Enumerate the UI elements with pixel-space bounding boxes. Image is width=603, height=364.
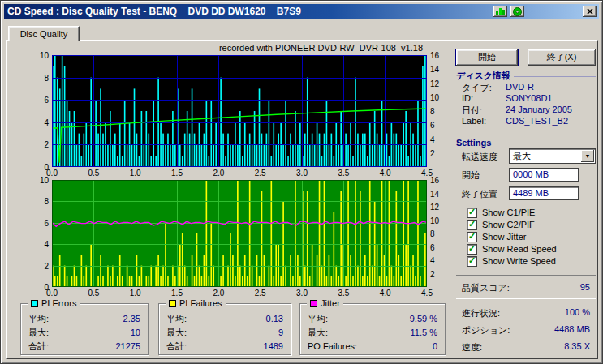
y2-axis-tick: 16: [430, 51, 439, 61]
status-value: 8.35 X: [564, 341, 590, 353]
y2-axis-tick: 10: [430, 93, 439, 103]
stat-row: 合計:21275: [21, 340, 148, 353]
stat-value: 2.35: [123, 312, 140, 326]
disc-info-label: Label:: [462, 116, 506, 126]
y-axis-tick: 0: [22, 283, 49, 293]
checkbox-label: Show C1/PIE: [482, 208, 535, 217]
y2-axis-tick: 14: [430, 65, 439, 75]
stat-row: 最大:11.5 %: [300, 326, 445, 340]
y2-axis-tick: 8: [430, 229, 435, 239]
x-axis-tick: 4.0: [380, 289, 391, 298]
checkbox-box[interactable]: ✓: [467, 232, 477, 242]
stat-value: 0: [433, 340, 437, 353]
jitter-swatch: [310, 300, 317, 307]
start-position-field[interactable]: 0000 MB: [509, 168, 579, 182]
transfer-speed-label: 転送速度: [462, 151, 497, 163]
panel-title: PI Errors: [41, 298, 76, 308]
end-position-field[interactable]: 4489 MB: [509, 186, 579, 200]
panel-title: PI Failures: [179, 298, 222, 308]
header-rule: [494, 143, 596, 143]
y-axis-tick: 8: [22, 74, 49, 84]
chevron-down-icon[interactable]: ▼: [581, 150, 594, 162]
stat-label: 平均:: [28, 312, 49, 326]
x-axis-tick: 3.0: [296, 169, 308, 178]
status-value: 100 %: [565, 307, 590, 319]
disc-info-row: ID:SONY08D1: [462, 93, 595, 103]
stat-label: PO Failures:: [308, 340, 357, 353]
panel-legend: PI Errors: [28, 298, 80, 308]
exit-button[interactable]: 終了(X): [528, 49, 596, 66]
checkbox-box[interactable]: ✓: [467, 256, 477, 267]
pi-failures-jitter-chart: [52, 180, 427, 287]
x-axis-tick: 0.5: [88, 289, 99, 298]
x-axis-tick: 3.5: [338, 289, 349, 298]
y2-axis-tick: 8: [430, 107, 435, 117]
transfer-speed-value: 最大: [510, 150, 581, 162]
disc-info-label: ID:: [462, 93, 506, 103]
checkbox-show-jitter[interactable]: ✓Show Jitter: [467, 231, 526, 242]
disc-info-value: DVD-R: [506, 82, 534, 94]
checkbox-box[interactable]: ✓: [467, 220, 477, 230]
y-axis-tick: 4: [22, 240, 49, 250]
checkbox-box[interactable]: ✓: [467, 244, 477, 255]
checkbox-show-c2-pif[interactable]: ✓Show C2/PIF: [467, 219, 535, 230]
y-axis-tick: 8: [22, 197, 49, 207]
chart-icon-button[interactable]: [493, 6, 507, 17]
stat-row: 合計:1489: [159, 340, 291, 353]
x-axis-tick: 1.5: [171, 289, 183, 298]
stat-label: 最大:: [28, 326, 49, 340]
stat-value: 11.5 %: [411, 326, 437, 340]
disc-info-row: 日付:24 January 2005: [462, 105, 595, 117]
window-title: CD Speed : Disc Quality Test - BENQ DVD …: [4, 6, 301, 17]
pi-errors-write-speed-chart: [52, 55, 427, 167]
stat-value: 10: [131, 326, 140, 340]
disc-icon-button[interactable]: [510, 6, 524, 17]
status-row: 速度:8.35 X: [462, 341, 590, 353]
checkbox-label: Show Write Speed: [482, 256, 556, 266]
x-axis-tick: 2.5: [255, 169, 266, 178]
y-axis-tick: 0: [22, 163, 49, 173]
quality-score-value: 95: [580, 282, 590, 294]
stat-panel-pi-failures: PI Failures平均:0.13最大:9合計:1489: [158, 303, 291, 355]
y-axis-tick: 2: [22, 140, 49, 150]
tab-disc-quality[interactable]: Disc Quality: [8, 26, 80, 41]
y-axis-tick: 6: [22, 219, 49, 229]
y-axis-tick: 4: [22, 118, 49, 128]
x-axis-tick: 3.5: [338, 169, 349, 178]
stat-row: 平均:2.35: [21, 312, 148, 326]
transfer-speed-select[interactable]: 最大 ▼: [509, 148, 596, 164]
stat-label: 合計:: [166, 340, 187, 353]
recorded-with-text: recorded with PIONEER DVD-RW DVR-108 v1.…: [170, 43, 423, 53]
stat-label: 平均:: [166, 312, 187, 326]
disc-quality-page: recorded with PIONEER DVD-RW DVR-108 v1.…: [6, 40, 598, 359]
checkbox-label: Show C2/PIF: [482, 220, 535, 229]
x-axis-tick: 1.5: [171, 169, 183, 178]
checkbox-box[interactable]: ✓: [467, 208, 477, 218]
stat-row: 最大:10: [21, 326, 148, 340]
y2-axis-tick: 16: [430, 176, 439, 186]
status-value: 4488 MB: [554, 324, 590, 336]
stat-value: 1489: [264, 340, 283, 353]
checkbox-label: Show Jitter: [482, 232, 526, 242]
status-row: 進行状況:100 %: [462, 307, 590, 319]
checkbox-show-c1-pie[interactable]: ✓Show C1/PIE: [467, 207, 535, 218]
stat-row: 平均:9.59 %: [300, 312, 445, 326]
title-bar[interactable]: CD Speed : Disc Quality Test - BENQ DVD …: [4, 4, 599, 19]
stat-label: 最大:: [166, 326, 187, 340]
start-position-label: 開始: [462, 169, 480, 182]
y2-axis-tick: 4: [430, 135, 435, 145]
stat-row: PO Failures:0: [300, 340, 445, 353]
start-button[interactable]: 開始: [456, 49, 518, 66]
checkbox-show-read-speed[interactable]: ✓Show Read Speed: [467, 243, 557, 255]
checkbox-show-write-speed[interactable]: ✓Show Write Speed: [467, 255, 556, 267]
x-axis-tick: 3.0: [296, 289, 308, 298]
disc-icon: [513, 7, 522, 16]
disc-info-value: CDS_TEST_B2: [506, 116, 568, 126]
stat-value: 9: [278, 326, 283, 340]
y2-axis-tick: 4: [430, 256, 435, 266]
stat-value: 21275: [115, 340, 140, 353]
close-button[interactable]: [583, 6, 597, 17]
y-axis-tick: 10: [22, 176, 49, 186]
stat-panel-jitter: Jitter平均:9.59 %最大:11.5 %PO Failures:0: [299, 303, 446, 355]
separator: [456, 275, 596, 276]
